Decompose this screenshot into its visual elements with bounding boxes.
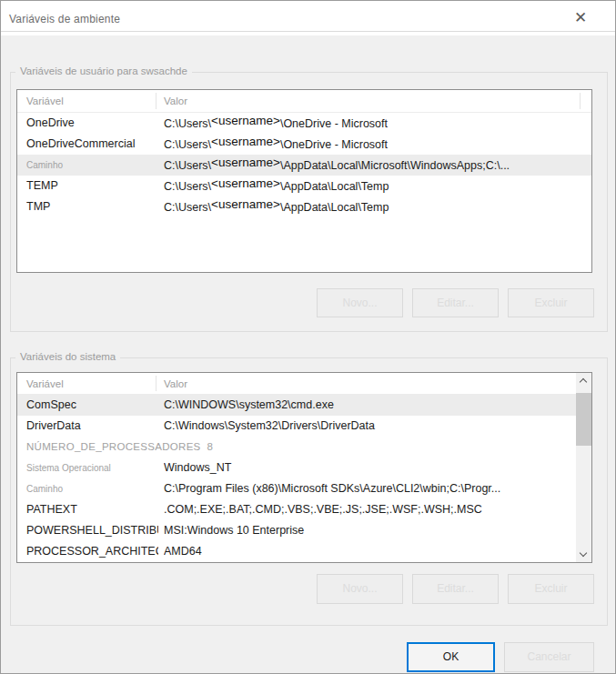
titlebar[interactable]: Variáveis de ambiente ✕ <box>1 1 615 35</box>
column-header-value[interactable]: Valor <box>164 90 187 113</box>
value-prefix: C:\Users\ <box>164 138 211 151</box>
variable-value: MSI:Windows 10 Enterprise <box>164 520 571 541</box>
user-table-header: Variável Valor <box>17 90 591 113</box>
variable-name: PATHEXT <box>26 499 158 520</box>
table-row[interactable]: PROCESSOR_ARCHITECTURE AMD64 <box>17 541 576 562</box>
titlebar-divider <box>1 31 615 32</box>
variable-value: .COM;.EXE;.BAT;.CMD;.VBS;.VBE;.JS;.JSE;.… <box>164 499 571 520</box>
table-row[interactable]: POWERSHELL_DISTRIBUTIO... MSI:Windows 10… <box>17 520 576 541</box>
variable-name: TEMP <box>26 176 158 196</box>
variable-name: ComSpec <box>26 395 158 416</box>
variable-value: C:\Users\<username>\OneDrive - Microsoft <box>164 113 586 134</box>
table-row-selected[interactable]: ComSpec C:\WINDOWS\system32\cmd.exe <box>17 395 576 416</box>
variable-name: OneDrive <box>26 113 158 134</box>
chevron-up-icon <box>580 378 587 386</box>
variable-name: Sistema Operacional <box>26 458 158 478</box>
environment-variables-dialog: Variáveis de ambiente ✕ Variáveis de usu… <box>0 0 616 674</box>
system-table-rows: ComSpec C:\WINDOWS\system32\cmd.exe Driv… <box>17 395 576 562</box>
user-variables-group-label: Variáveis de usuário para swsachde <box>15 65 192 76</box>
variable-name: TMP <box>26 196 158 217</box>
column-header-variable[interactable]: Variável <box>26 373 64 396</box>
table-row-selected[interactable]: Caminho C:\Users\<username>\AppData\Loca… <box>17 155 591 176</box>
username-placeholder: <username> <box>211 114 280 127</box>
table-row[interactable]: OneDrive C:\Users\<username>\OneDrive - … <box>17 113 591 134</box>
variable-name: Caminho <box>26 155 158 176</box>
variable-name: NÚMERO_DE_PROCESSADORES8 <box>26 437 572 458</box>
variable-value: AMD64 <box>164 541 571 562</box>
user-variables-table[interactable]: Variável Valor OneDrive C:\Users\<userna… <box>16 89 592 273</box>
dialog-title: Variáveis de ambiente <box>9 13 120 25</box>
close-button[interactable]: ✕ <box>558 5 603 32</box>
username-placeholder: <username> <box>211 197 280 211</box>
variable-value: C:\Windows\System32\Drivers\DriverData <box>164 416 571 437</box>
user-table-rows: OneDrive C:\Users\<username>\OneDrive - … <box>17 113 591 217</box>
user-edit-button[interactable]: Editar... <box>412 288 499 317</box>
value-suffix: \AppData\Local\Temp <box>280 180 389 193</box>
system-delete-button[interactable]: Excluir <box>508 574 594 604</box>
table-row[interactable]: TMP C:\Users\<username>\AppData\Local\Te… <box>17 196 591 217</box>
table-row[interactable]: Sistema Operacional Windows_NT <box>17 458 576 478</box>
chevron-down-icon <box>580 549 587 557</box>
table-row[interactable]: NÚMERO_DE_PROCESSADORES8 <box>17 437 576 458</box>
system-variables-group-label: Variáveis do sistema <box>15 351 120 362</box>
value-prefix: C:\Users\ <box>164 159 211 172</box>
column-header-value[interactable]: Valor <box>164 373 187 396</box>
variable-name: Caminho <box>26 478 158 499</box>
cancel-button[interactable]: Cancelar <box>504 642 594 672</box>
system-variables-table[interactable]: Variável Valor ComSpec C:\WINDOWS\system… <box>16 372 592 563</box>
variable-value: 8 <box>207 441 214 452</box>
variable-value: C:\WINDOWS\system32\cmd.exe <box>164 395 571 416</box>
variable-value: C:\Users\<username>\OneDrive - Microsoft <box>164 134 586 155</box>
username-placeholder: <username> <box>211 156 280 169</box>
ok-button[interactable]: OK <box>407 642 495 672</box>
value-suffix: \OneDrive - Microsoft <box>280 138 388 151</box>
user-new-button[interactable]: Novo... <box>317 288 403 317</box>
scroll-down-button[interactable] <box>576 547 591 562</box>
variable-value: C:\Users\<username>\AppData\Local\Micros… <box>164 155 586 176</box>
value-suffix: \AppData\Local\Microsoft\WindowsApps;C:\… <box>280 159 510 172</box>
scrollbar-thumb[interactable] <box>576 393 591 446</box>
table-row[interactable]: Caminho C:\Program Files (x86)\Microsoft… <box>17 478 576 499</box>
system-edit-button[interactable]: Editar... <box>412 574 499 604</box>
value-suffix: \AppData\Local\Temp <box>280 201 389 214</box>
system-new-button[interactable]: Novo... <box>317 574 403 604</box>
variable-name: PROCESSOR_ARCHITECTURE <box>26 541 158 562</box>
value-prefix: C:\Users\ <box>164 201 211 214</box>
username-placeholder: <username> <box>211 176 280 190</box>
scrollbar[interactable] <box>576 373 591 562</box>
variable-name: OneDriveCommercial <box>26 134 158 155</box>
variable-name: POWERSHELL_DISTRIBUTIO... <box>26 520 158 541</box>
table-row[interactable]: PATHEXT .COM;.EXE;.BAT;.CMD;.VBS;.VBE;.J… <box>17 499 576 520</box>
variable-name: DriverData <box>26 416 158 437</box>
column-divider[interactable] <box>156 376 157 391</box>
variable-value: Windows_NT <box>164 458 571 478</box>
variable-value: C:\Users\<username>\AppData\Local\Temp <box>164 196 586 217</box>
column-header-variable[interactable]: Variável <box>26 90 64 113</box>
variable-value: C:\Program Files (x86)\Microsoft SDKs\Az… <box>164 478 571 499</box>
table-row[interactable]: DriverData C:\Windows\System32\Drivers\D… <box>17 416 576 437</box>
scroll-up-button[interactable] <box>576 373 591 388</box>
value-prefix: C:\Users\ <box>164 117 211 130</box>
close-icon: ✕ <box>574 9 587 26</box>
value-prefix: C:\Users\ <box>164 180 211 193</box>
table-row[interactable]: OneDriveCommercial C:\Users\<username>\O… <box>17 134 591 155</box>
system-table-header: Variável Valor <box>17 373 591 395</box>
user-delete-button[interactable]: Excluir <box>508 288 594 317</box>
variable-name-text: NÚMERO_DE_PROCESSADORES <box>26 441 201 452</box>
column-divider[interactable] <box>156 93 157 109</box>
value-suffix: \OneDrive - Microsoft <box>280 117 388 130</box>
username-placeholder: <username> <box>211 135 280 148</box>
variable-value: C:\Users\<username>\AppData\Local\Temp <box>164 176 586 196</box>
table-row[interactable]: TEMP C:\Users\<username>\AppData\Local\T… <box>17 176 591 196</box>
column-divider[interactable] <box>580 93 581 109</box>
